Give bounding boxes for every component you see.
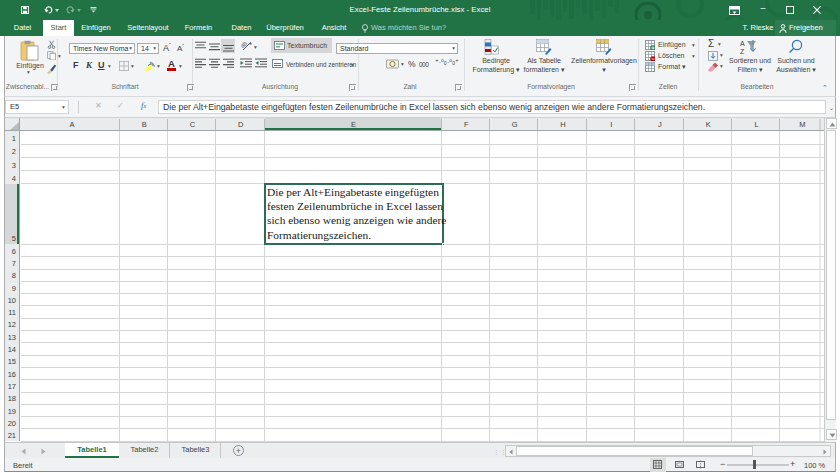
svg-text:A: A xyxy=(740,40,745,47)
svg-text:Z: Z xyxy=(740,48,745,55)
